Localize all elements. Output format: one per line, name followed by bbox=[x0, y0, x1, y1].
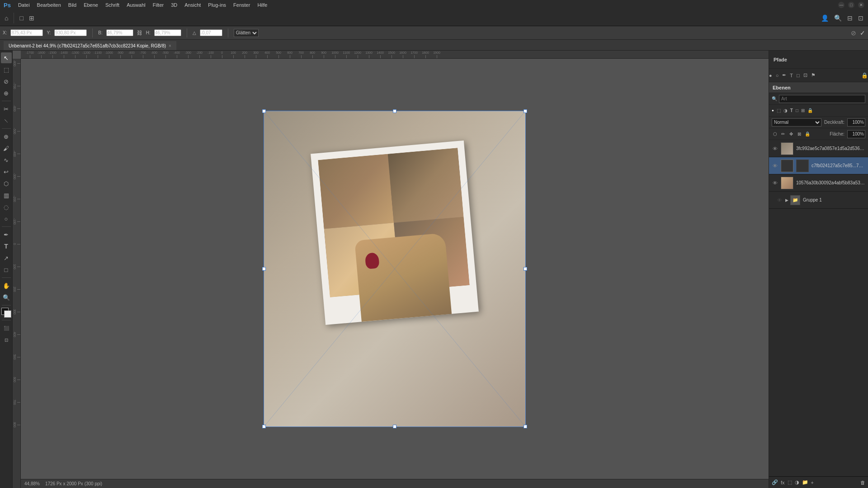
link-layers-icon[interactable]: 🔗 bbox=[772, 479, 778, 485]
panel-icon-flag[interactable]: ⚑ bbox=[811, 72, 816, 78]
panel-icon-lock[interactable]: 🔒 bbox=[861, 72, 868, 79]
lock-transparent-icon[interactable]: ⬡ bbox=[772, 131, 778, 137]
cancel-transform-icon[interactable]: ⊘ bbox=[851, 29, 856, 37]
zoom-tool[interactable]: 🔍 bbox=[1, 292, 12, 303]
layer-vis-3[interactable]: 👁 bbox=[772, 180, 778, 186]
history-brush-tool[interactable]: ↩ bbox=[1, 166, 12, 177]
angle-input[interactable] bbox=[200, 29, 222, 36]
background-color[interactable] bbox=[4, 310, 11, 318]
layer-thumb-3 bbox=[781, 177, 793, 189]
layer-thumb-2 bbox=[781, 160, 793, 172]
menu-ebene[interactable]: Ebene bbox=[84, 2, 98, 8]
stamp-tool[interactable]: ∿ bbox=[1, 155, 12, 165]
lock-pixels-icon[interactable]: ✏ bbox=[780, 131, 786, 137]
add-mask-icon[interactable]: ⬚ bbox=[788, 479, 792, 485]
menu-fenster[interactable]: Fenster bbox=[233, 2, 250, 8]
height-input[interactable] bbox=[154, 29, 181, 36]
layer-item-1[interactable]: 👁 3fc992ae5c7a0857e1d5a2d5361ec1 bbox=[769, 140, 868, 157]
gradient-tool[interactable]: ▥ bbox=[1, 190, 12, 201]
quick-mask-icon[interactable]: ⬛ bbox=[1, 323, 12, 333]
menu-hilfe[interactable]: Hilfe bbox=[257, 2, 267, 8]
lock-all-icon[interactable]: 🔒 bbox=[804, 131, 811, 137]
panel-icon-circle2[interactable]: ○ bbox=[776, 73, 779, 78]
eraser-tool[interactable]: ⬡ bbox=[1, 178, 12, 189]
lock-position-icon[interactable]: ✥ bbox=[788, 131, 794, 137]
eyedropper-tool[interactable]: ⟍ bbox=[1, 115, 12, 126]
filter-text[interactable]: T bbox=[790, 108, 793, 113]
layer-item-4[interactable]: 👁 ▶ 📁 Gruppe 1 bbox=[769, 192, 868, 209]
confirm-transform-icon[interactable]: ✓ bbox=[860, 29, 865, 37]
fill-input[interactable] bbox=[847, 130, 865, 138]
menu-plugins[interactable]: Plug-ins bbox=[208, 2, 226, 8]
add-adjustment-icon[interactable]: ◑ bbox=[795, 479, 799, 485]
quick-select-tool[interactable]: ⊕ bbox=[1, 88, 12, 99]
arrange-icon[interactable]: ⊟ bbox=[847, 14, 853, 22]
panel-icon-adjust[interactable]: ⊡ bbox=[803, 72, 807, 78]
panel-icon-text[interactable]: T bbox=[790, 73, 793, 78]
filter-dot[interactable]: ● bbox=[772, 108, 774, 113]
panel-icon-pen[interactable]: ✒ bbox=[782, 72, 786, 78]
new-doc-icon[interactable]: □ bbox=[19, 14, 23, 22]
add-style-icon[interactable]: fx bbox=[781, 480, 785, 485]
workspace-icon[interactable]: ⊡ bbox=[858, 14, 863, 22]
fill-label: Fläche: bbox=[830, 131, 844, 136]
filter-adjust[interactable]: ◑ bbox=[783, 108, 788, 113]
dodge-tool[interactable]: ○ bbox=[1, 213, 12, 224]
layer-vis-4[interactable]: 👁 bbox=[776, 197, 783, 203]
panel-icon-shape[interactable]: □ bbox=[797, 73, 800, 78]
tab-close-button[interactable]: × bbox=[169, 43, 171, 48]
crop-tool[interactable]: ✂ bbox=[1, 103, 12, 114]
selection-tool[interactable]: ⬚ bbox=[1, 64, 12, 75]
new-group-icon[interactable]: 📁 bbox=[802, 479, 808, 485]
document-tab[interactable]: Unbenannt-2 bei 44,9% (c7fb024127a5c7e65… bbox=[4, 41, 176, 50]
menu-3d[interactable]: 3D bbox=[171, 2, 177, 8]
filter-smartobj[interactable]: ⊞ bbox=[801, 108, 805, 113]
chain-icon[interactable]: ⛓ bbox=[137, 30, 142, 36]
filter-lock[interactable]: 🔒 bbox=[807, 108, 813, 113]
width-input[interactable] bbox=[106, 29, 133, 36]
screen-mode-icon[interactable]: ⊡ bbox=[1, 334, 12, 345]
x-coord-input[interactable] bbox=[10, 29, 43, 36]
lock-artboard-icon[interactable]: ⊠ bbox=[796, 131, 802, 137]
blend-mode-select[interactable]: Normal bbox=[772, 118, 821, 127]
layer-item-3[interactable]: 👁 10576a30b30092a4abf5b83a539ecdd Kopie bbox=[769, 174, 868, 192]
new-layer-icon[interactable]: + bbox=[811, 480, 814, 485]
layer-vis-2[interactable]: 👁 bbox=[772, 163, 778, 169]
menu-filter[interactable]: Filter bbox=[153, 2, 164, 8]
delete-layer-icon[interactable]: 🗑 bbox=[860, 480, 865, 485]
home-icon[interactable]: ⌂ bbox=[5, 14, 8, 22]
text-tool[interactable]: T bbox=[1, 241, 12, 252]
minimize-button[interactable]: — bbox=[838, 2, 844, 8]
path-select-tool[interactable]: ↗ bbox=[1, 253, 12, 263]
menu-auswahl[interactable]: Auswahl bbox=[127, 2, 146, 8]
menu-bild[interactable]: Bild bbox=[68, 2, 76, 8]
layer-vis-1[interactable]: 👁 bbox=[772, 146, 778, 151]
layer-item-2[interactable]: 👁 c7fb024127a5c7e85...7cb3cc82234 Kopie bbox=[769, 157, 868, 174]
brush-tool[interactable]: 🖌 bbox=[1, 143, 12, 154]
y-coord-input[interactable] bbox=[54, 29, 87, 36]
hand-tool[interactable]: ✋ bbox=[1, 280, 12, 291]
healing-brush-tool[interactable]: ⊕ bbox=[1, 131, 12, 142]
filter-pixel[interactable]: ⬚ bbox=[777, 108, 781, 113]
account-icon[interactable]: 👤 bbox=[821, 14, 829, 22]
color-picker[interactable] bbox=[1, 308, 11, 318]
layer-search-input[interactable] bbox=[779, 95, 865, 103]
menu-datei[interactable]: Datei bbox=[18, 2, 30, 8]
search-icon[interactable]: 🔍 bbox=[834, 14, 842, 22]
filter-shape[interactable]: □ bbox=[796, 108, 798, 113]
grid-icon[interactable]: ⊞ bbox=[29, 14, 34, 22]
interpolation-select[interactable]: Glätten bbox=[234, 29, 259, 37]
lasso-tool[interactable]: ⊘ bbox=[1, 76, 12, 87]
pen-tool[interactable]: ✒ bbox=[1, 229, 12, 240]
shape-tool[interactable]: □ bbox=[1, 264, 12, 275]
panel-icon-circle[interactable]: ● bbox=[769, 73, 772, 78]
menu-ansicht[interactable]: Ansicht bbox=[184, 2, 201, 8]
move-tool[interactable]: ↖ bbox=[1, 52, 12, 63]
opacity-input[interactable] bbox=[847, 118, 865, 127]
blur-tool[interactable]: ◌ bbox=[1, 202, 12, 212]
group-expand-icon[interactable]: ▶ bbox=[785, 198, 788, 202]
maximize-button[interactable]: □ bbox=[848, 2, 854, 8]
menu-bearbeiten[interactable]: Bearbeiten bbox=[37, 2, 61, 8]
close-button[interactable]: ✕ bbox=[858, 2, 864, 8]
menu-schrift[interactable]: Schrift bbox=[105, 2, 119, 8]
